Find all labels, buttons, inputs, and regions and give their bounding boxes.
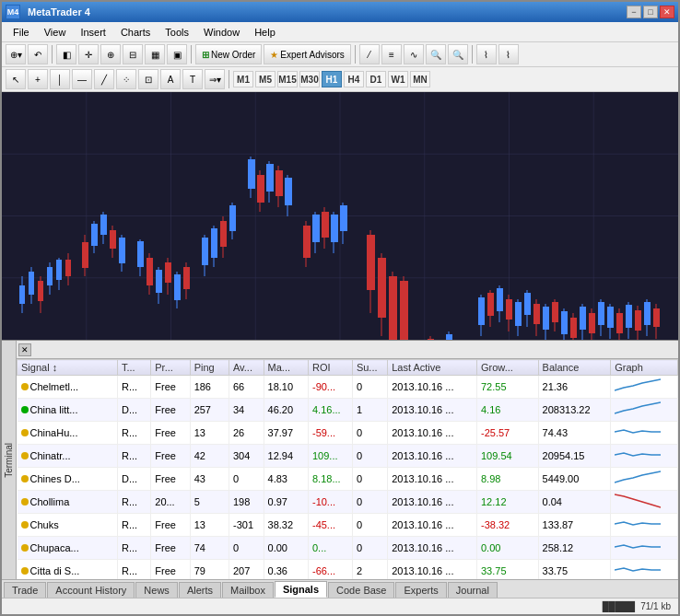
toolbar-chart[interactable]: ▦ [145,44,165,64]
col-last-active[interactable]: Last Active [388,360,477,376]
cell-grow: -25.57 [477,422,539,445]
table-row[interactable]: ChinaHu... R... Free 13 26 37.97 -59... … [18,422,678,445]
cell-last-active: 2013.10.16 ... [388,514,477,537]
tool-tline[interactable]: ╱ [94,69,114,89]
timeframe-h4[interactable]: H4 [344,71,364,87]
minimize-button[interactable]: − [627,6,641,18]
svg-rect-26 [91,224,98,246]
cell-last-active: 2013.10.16 ... [388,560,477,580]
menu-insert[interactable]: Insert [73,25,113,40]
toolbar-wave[interactable]: ∿ [404,44,424,64]
tool-text[interactable]: A [160,69,181,89]
col-balance[interactable]: Balance [538,360,611,376]
svg-rect-32 [119,238,125,263]
signals-table-container[interactable]: Signal ↕ T... Pr... Ping Av... Ma... ROI… [17,359,678,579]
timeframe-m5[interactable]: M5 [255,71,276,87]
tab-account-history[interactable]: Account History [47,582,135,598]
tool-cross[interactable]: + [28,69,48,89]
table-row[interactable]: Chuks R... Free 13 -301 38.32 -45... 0 2… [18,514,678,537]
tool-arrow2[interactable]: ⇒▾ [205,69,225,89]
timeframe-mn[interactable]: MN [410,71,430,87]
timeframe-m15[interactable]: M15 [277,71,298,87]
table-row[interactable]: Chines D... D... Free 43 0 4.83 8.18... … [18,468,678,491]
timeframe-w1[interactable]: W1 [388,71,408,87]
svg-rect-66 [312,215,320,242]
tool-hline[interactable]: — [72,69,92,89]
svg-rect-34 [137,241,144,267]
col-grow[interactable]: Grow... [477,360,539,376]
tool-arrow[interactable]: ↖ [6,69,26,89]
table-row[interactable]: Chollima R... 20... 5 198 0.97 -10... 0 … [18,491,678,514]
toolbar-zoom-out[interactable]: ⊟ [123,44,143,64]
col-av[interactable]: Av... [229,360,264,376]
cell-signal: Chupaca... [18,537,118,560]
svg-rect-44 [183,267,190,289]
tab-alerts[interactable]: Alerts [179,582,221,598]
cell-ma: 46.20 [264,399,308,422]
toolbar-zoom-chart[interactable]: 🔍 [426,44,446,64]
cell-su: 0 [352,468,387,491]
toolbar-undo[interactable]: ↶ [28,44,48,64]
col-signal[interactable]: Signal ↕ [18,360,118,376]
svg-rect-50 [220,221,227,247]
svg-rect-104 [543,307,549,330]
close-button[interactable]: ✕ [660,6,674,18]
col-ping[interactable]: Ping [190,360,229,376]
table-row[interactable]: Citta di S... R... Free 79 207 0.36 -66.… [18,560,678,580]
toolbar-zoom2[interactable]: 🔍 [448,44,468,64]
tool-vline[interactable]: │ [50,69,70,89]
panel-close-button[interactable]: ✕ [18,343,31,356]
cell-grow: 72.55 [477,376,539,399]
menu-help[interactable]: Help [247,25,283,40]
table-row[interactable]: Chelmetl... R... Free 186 66 18.10 -90..… [18,376,678,399]
timeframe-d1[interactable]: D1 [366,71,386,87]
toolbar-zoom-in[interactable]: ⊕ [100,44,121,64]
col-t[interactable]: T... [117,360,150,376]
toolbar-fib[interactable]: ≡ [381,44,402,64]
chart-area[interactable] [2,92,678,340]
menu-file[interactable]: File [6,25,37,40]
col-ma[interactable]: Ma... [264,360,308,376]
toolbar-period2[interactable]: ⌇ [498,44,519,64]
tab-trade[interactable]: Trade [4,582,46,598]
svg-rect-54 [248,159,255,189]
tool-freehand[interactable]: ⁘ [116,69,136,89]
tab-journal[interactable]: Journal [448,582,498,598]
col-graph[interactable]: Graph [611,360,678,376]
tool-rect[interactable]: ⊡ [138,69,158,89]
tab-code-base[interactable]: Code Base [328,582,394,598]
cell-signal: China litt... [18,399,118,422]
timeframe-m30[interactable]: M30 [299,71,320,87]
timeframe-h1[interactable]: H1 [322,71,342,87]
menu-tools[interactable]: Tools [158,25,196,40]
menu-charts[interactable]: Charts [113,25,158,40]
cell-roi: 109... [308,445,352,468]
svg-rect-70 [331,215,338,242]
cell-su: 0 [352,422,387,445]
toolbar-period-sep[interactable]: ⌇ [476,44,497,64]
table-row[interactable]: China litt... D... Free 257 34 46.20 4.1… [18,399,678,422]
tab-news[interactable]: News [135,582,178,598]
toolbar-profiles[interactable]: ◧ [56,44,76,64]
cell-pr: Free [151,399,190,422]
toolbar-chart2[interactable]: ▣ [167,44,187,64]
timeframe-m1[interactable]: M1 [233,71,253,87]
tab-mailbox[interactable]: Mailbox [222,582,274,598]
table-row[interactable]: Chinatr... R... Free 42 304 12.94 109...… [18,445,678,468]
col-roi[interactable]: ROI [308,360,352,376]
toolbar-new[interactable]: ⊕▾ [6,44,26,64]
tab-experts[interactable]: Experts [395,582,446,598]
tab-signals[interactable]: Signals [275,581,327,598]
expert-advisors-button[interactable]: ★ Expert Advisors [264,44,350,64]
new-order-button[interactable]: ⊞ New Order [195,44,262,64]
toolbar-nav[interactable]: ✛ [78,44,99,64]
col-su[interactable]: Su... [352,360,387,376]
col-pr[interactable]: Pr... [151,360,190,376]
menu-view[interactable]: View [37,25,74,40]
cell-t: D... [117,468,150,491]
toolbar-line[interactable]: ⁄ [359,44,380,64]
menu-window[interactable]: Window [196,25,247,40]
tool-label[interactable]: T [182,69,203,89]
table-row[interactable]: Chupaca... R... Free 74 0 0.00 0... 0 20… [18,537,678,560]
maximize-button[interactable]: □ [643,6,658,18]
